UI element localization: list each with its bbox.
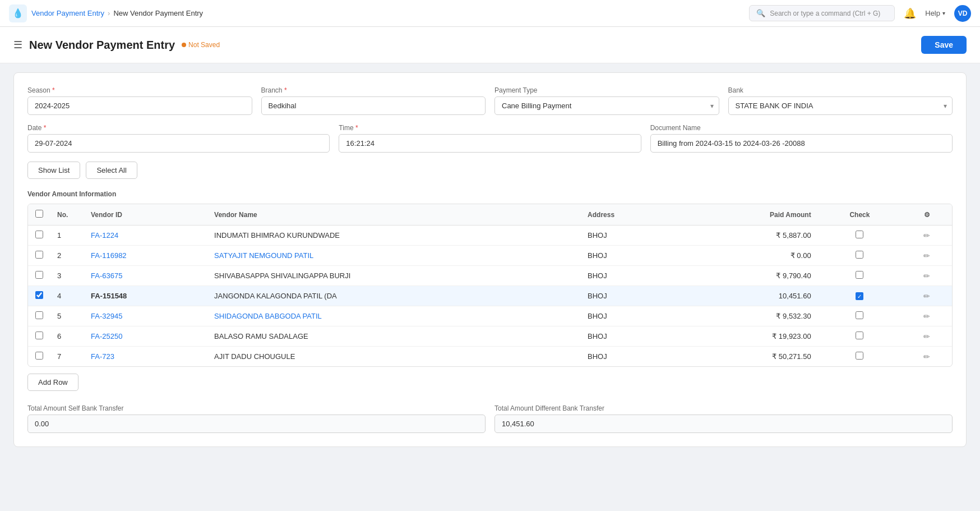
document-name-input[interactable] xyxy=(650,134,953,153)
row-check-cell[interactable] xyxy=(818,306,902,326)
row-address: BHOJ xyxy=(581,246,681,266)
row-checkbox-cell[interactable] xyxy=(28,286,50,306)
payment-type-group: Payment Type Cane Billing Payment ▾ xyxy=(494,86,719,115)
col-address: Address xyxy=(581,204,681,225)
breadcrumb-parent[interactable]: Vendor Payment Entry xyxy=(31,9,104,17)
row-checkbox-cell[interactable] xyxy=(28,225,50,246)
time-input[interactable] xyxy=(339,134,641,153)
document-name-group: Document Name xyxy=(650,124,953,153)
row-checkbox[interactable] xyxy=(35,311,43,319)
time-required: * xyxy=(355,124,358,132)
row-checkbox[interactable] xyxy=(35,251,43,259)
branch-label: Branch * xyxy=(261,86,486,94)
row-checkbox[interactable] xyxy=(35,231,43,238)
select-all-checkbox[interactable] xyxy=(35,210,43,218)
edit-icon[interactable]: ✏ xyxy=(923,352,930,361)
col-paid-amount: Paid Amount xyxy=(682,204,818,225)
avatar[interactable]: VD xyxy=(954,5,971,22)
row-check[interactable] xyxy=(856,231,863,238)
table-row: 3 FA-63675 SHIVABASAPPA SHIVALINGAPPA BU… xyxy=(28,266,952,286)
branch-required: * xyxy=(284,86,287,94)
not-saved-label: Not Saved xyxy=(188,41,220,49)
totals-section: Total Amount Self Bank Transfer 0.00 Tot… xyxy=(27,404,953,433)
row-check-cell[interactable] xyxy=(818,326,902,347)
branch-input[interactable] xyxy=(261,96,486,115)
table-row: 5 FA-32945 SHIDAGONDA BABGODA PATIL BHOJ… xyxy=(28,306,952,326)
bank-select-wrapper: STATE BANK OF INDIA ▾ xyxy=(728,96,953,115)
row-no: 4 xyxy=(50,286,84,306)
payment-type-select-wrapper: Cane Billing Payment ▾ xyxy=(494,96,719,115)
row-paid-amount: ₹ 50,271.50 xyxy=(682,347,818,367)
row-vendor-id: FA-32945 xyxy=(84,306,207,326)
row-checkbox[interactable] xyxy=(35,291,43,299)
edit-icon[interactable]: ✏ xyxy=(923,231,930,240)
branch-group: Branch * xyxy=(261,86,486,115)
edit-icon[interactable]: ✏ xyxy=(923,271,930,280)
bank-select[interactable]: STATE BANK OF INDIA xyxy=(728,96,953,115)
help-button[interactable]: Help ▾ xyxy=(925,9,945,17)
col-vendor-name: Vendor Name xyxy=(207,204,581,225)
row-address: BHOJ xyxy=(581,266,681,286)
date-input[interactable] xyxy=(27,134,330,153)
row-edit-cell[interactable]: ✏ xyxy=(902,347,952,367)
edit-icon[interactable]: ✏ xyxy=(923,251,930,260)
row-checkbox[interactable] xyxy=(35,352,43,360)
row-check-checked[interactable]: ✓ xyxy=(856,292,863,300)
breadcrumb-current: New Vendor Payment Entry xyxy=(113,9,203,17)
row-vendor-id: FA-25250 xyxy=(84,326,207,347)
row-check[interactable] xyxy=(856,311,863,319)
row-check[interactable] xyxy=(856,251,863,259)
add-row-button[interactable]: Add Row xyxy=(27,374,78,391)
main-content: Season * Branch * Payment Type Cane Bill… xyxy=(0,63,980,456)
row-check-cell[interactable] xyxy=(818,266,902,286)
breadcrumb: Vendor Payment Entry › New Vendor Paymen… xyxy=(31,9,203,17)
row-check[interactable] xyxy=(856,271,863,279)
row-check-cell[interactable] xyxy=(818,246,902,266)
row-edit-cell[interactable]: ✏ xyxy=(902,266,952,286)
form-row-1: Season * Branch * Payment Type Cane Bill… xyxy=(27,86,953,115)
notification-icon[interactable]: 🔔 xyxy=(904,7,916,20)
edit-icon[interactable]: ✏ xyxy=(923,312,930,321)
row-edit-cell[interactable]: ✏ xyxy=(902,306,952,326)
help-label: Help xyxy=(925,9,940,17)
row-no: 1 xyxy=(50,225,84,246)
row-check-cell[interactable] xyxy=(818,225,902,246)
row-check-cell[interactable]: ✓ xyxy=(818,286,902,306)
row-check-cell[interactable] xyxy=(818,347,902,367)
season-input[interactable] xyxy=(27,96,252,115)
row-edit-cell[interactable]: ✏ xyxy=(902,326,952,347)
row-checkbox-cell[interactable] xyxy=(28,246,50,266)
row-checkbox[interactable] xyxy=(35,332,43,339)
row-no: 2 xyxy=(50,246,84,266)
select-all-button[interactable]: Select All xyxy=(86,162,137,179)
row-checkbox-cell[interactable] xyxy=(28,266,50,286)
document-name-label: Document Name xyxy=(650,124,953,132)
row-edit-cell[interactable]: ✏ xyxy=(902,246,952,266)
vendor-table-body: 1 FA-1224 INDUMATI BHIMRAO KURUNDWADE BH… xyxy=(28,225,952,367)
row-checkbox-cell[interactable] xyxy=(28,326,50,347)
col-settings: ⚙ xyxy=(902,204,952,225)
row-vendor-name: AJIT DADU CHOUGULE xyxy=(207,347,581,367)
not-saved-dot xyxy=(182,43,186,47)
bank-label: Bank xyxy=(728,86,953,94)
show-list-button[interactable]: Show List xyxy=(27,162,80,179)
row-checkbox-cell[interactable] xyxy=(28,306,50,326)
diff-bank-label: Total Amount Different Bank Transfer xyxy=(494,404,953,412)
row-check[interactable] xyxy=(856,352,863,360)
row-checkbox-cell[interactable] xyxy=(28,347,50,367)
payment-type-select[interactable]: Cane Billing Payment xyxy=(494,96,719,115)
form-card: Season * Branch * Payment Type Cane Bill… xyxy=(13,72,967,447)
nav-right: 🔍 Search or type a command (Ctrl + G) 🔔 … xyxy=(749,5,971,22)
row-check[interactable] xyxy=(856,332,863,339)
edit-icon[interactable]: ✏ xyxy=(923,292,930,301)
save-button[interactable]: Save xyxy=(921,36,967,54)
vendor-table: No. Vendor ID Vendor Name Address Paid A… xyxy=(28,204,952,366)
menu-icon[interactable]: ☰ xyxy=(13,39,22,51)
row-edit-cell[interactable]: ✏ xyxy=(902,286,952,306)
row-checkbox[interactable] xyxy=(35,271,43,279)
row-edit-cell[interactable]: ✏ xyxy=(902,225,952,246)
row-no: 7 xyxy=(50,347,84,367)
search-placeholder: Search or type a command (Ctrl + G) xyxy=(770,10,880,17)
search-bar[interactable]: 🔍 Search or type a command (Ctrl + G) xyxy=(749,5,895,21)
edit-icon[interactable]: ✏ xyxy=(923,332,930,341)
